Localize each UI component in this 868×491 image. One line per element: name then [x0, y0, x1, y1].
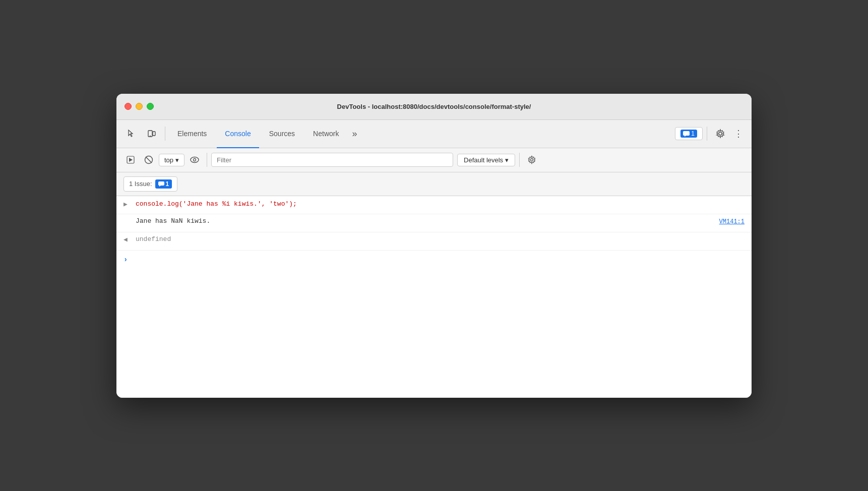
issues-count-box[interactable]: 1 Issue: 1 — [123, 176, 177, 192]
console-output-text: Jane has NaN kiwis. — [136, 217, 210, 225]
titlebar: DevTools - localhost:8080/docs/devtools/… — [116, 94, 752, 120]
expand-button-1[interactable]: ▶ — [123, 199, 132, 208]
svg-marker-4 — [685, 136, 686, 137]
issues-label: 1 Issue: — [129, 180, 152, 188]
console-undefined-entry: ◀ undefined — [116, 232, 752, 251]
maximize-button[interactable] — [147, 103, 154, 110]
play-icon — [127, 156, 135, 164]
default-levels-label: Default levels — [464, 156, 503, 164]
chat-icon — [683, 131, 690, 137]
console-entry-1: ▶ console.log('Jane has %i kiwis.', 'two… — [116, 196, 752, 214]
console-undefined-text: undefined — [136, 235, 171, 243]
issues-badge-button[interactable]: 1 — [675, 127, 703, 140]
issues-badge-icon: 1 — [680, 130, 697, 138]
device-icon — [147, 129, 157, 139]
prompt-chevron-icon: › — [123, 256, 128, 264]
chevron-right-icon: » — [352, 129, 357, 139]
default-levels-selector[interactable]: Default levels ▾ — [457, 154, 515, 166]
clear-console-button[interactable] — [141, 152, 157, 168]
svg-point-10 — [191, 157, 199, 163]
ellipsis-icon: ⋮ — [734, 128, 743, 139]
eye-icon — [190, 156, 199, 163]
svg-point-5 — [719, 132, 722, 135]
svg-marker-14 — [159, 186, 161, 187]
svg-point-11 — [194, 159, 196, 161]
dropdown-arrow-icon: ▾ — [175, 156, 179, 164]
issue-badge-count: 1 — [166, 180, 169, 188]
svg-rect-3 — [683, 131, 690, 136]
gear-icon — [715, 129, 725, 139]
return-arrow-icon: ◀ — [123, 235, 132, 243]
ban-icon — [144, 155, 153, 164]
top-label: top — [164, 156, 173, 164]
svg-line-9 — [146, 157, 152, 163]
svg-point-12 — [531, 159, 533, 161]
more-tabs-button[interactable]: » — [349, 129, 360, 139]
window-title: DevTools - localhost:8080/docs/devtools/… — [337, 103, 531, 110]
badge-number: 1 — [691, 130, 695, 137]
filter-input[interactable] — [211, 153, 453, 167]
top-context-selector[interactable]: top ▾ — [159, 154, 184, 166]
console-prompt[interactable]: › — [116, 251, 752, 269]
console-toolbar-divider-2 — [519, 153, 520, 167]
toolbar-divider — [165, 127, 165, 141]
svg-marker-7 — [129, 158, 133, 162]
main-toolbar: Elements Console Sources Network » 1 — [116, 120, 752, 148]
console-code-1: console.log('Jane has %i kiwis.', 'two')… — [136, 199, 745, 210]
close-button[interactable] — [125, 103, 132, 110]
live-expressions-button[interactable] — [187, 152, 203, 168]
chat-bubble-icon — [158, 181, 164, 187]
console-output: ▶ console.log('Jane has %i kiwis.', 'two… — [116, 196, 752, 398]
minimize-button[interactable] — [136, 103, 143, 110]
console-settings-button[interactable] — [524, 152, 540, 168]
levels-dropdown-arrow-icon: ▾ — [505, 156, 509, 164]
issues-bar: 1 Issue: 1 — [116, 172, 752, 196]
tab-sources[interactable]: Sources — [261, 120, 303, 148]
devtools-settings-button[interactable] — [711, 125, 729, 143]
cursor-icon — [127, 129, 137, 139]
traffic-lights — [125, 103, 154, 110]
devtools-window: DevTools - localhost:8080/docs/devtools/… — [116, 94, 752, 398]
inspect-element-button[interactable] — [122, 125, 141, 143]
console-output-1: Jane has NaN kiwis. VM141:1 — [116, 214, 752, 232]
tab-console[interactable]: Console — [217, 120, 259, 148]
console-toolbar-divider — [207, 153, 207, 167]
svg-rect-13 — [158, 181, 164, 186]
run-snippet-button[interactable] — [122, 152, 139, 168]
kebab-menu-button[interactable]: ⋮ — [731, 125, 746, 143]
gear-icon-small — [527, 155, 536, 164]
toolbar-divider-2 — [707, 127, 707, 141]
svg-rect-1 — [153, 132, 155, 136]
console-source-link-1[interactable]: VM141:1 — [719, 217, 745, 225]
issue-badge: 1 — [155, 179, 172, 189]
console-log-code: console.log('Jane has %i kiwis.', 'two')… — [136, 200, 297, 208]
console-toolbar: top ▾ Default levels ▾ — [116, 148, 752, 172]
device-toolbar-button[interactable] — [143, 125, 161, 143]
tab-elements[interactable]: Elements — [169, 120, 215, 148]
tab-network[interactable]: Network — [305, 120, 347, 148]
